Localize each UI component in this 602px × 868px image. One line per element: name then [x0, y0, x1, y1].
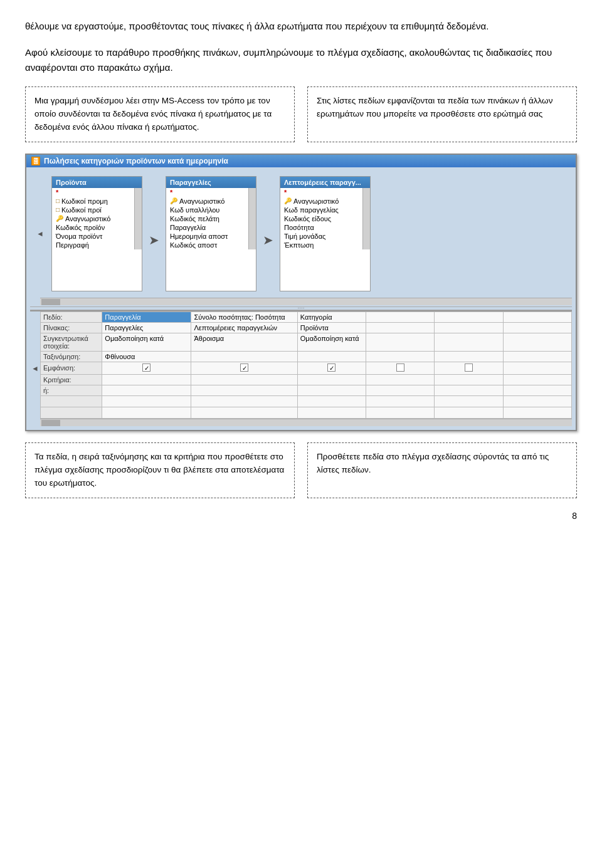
grid-sort-3[interactable] — [366, 351, 435, 362]
grid-criteria-2[interactable] — [297, 374, 366, 385]
grid-agg-3[interactable] — [366, 333, 435, 351]
grid-sort-5[interactable] — [503, 351, 571, 362]
grid-show-4[interactable] — [435, 362, 503, 374]
grid-table-3[interactable] — [366, 322, 435, 333]
row-icon-2: □ — [56, 206, 60, 213]
grid-row-criteria: Κριτήρια: — [41, 374, 572, 385]
table-area-scrollbar[interactable] — [40, 298, 572, 305]
grid-scrollbar[interactable] — [40, 419, 572, 426]
grid-table-1[interactable]: Λεπτομέρειες παραγγελιών — [191, 322, 297, 333]
grid-field-4[interactable] — [435, 311, 503, 322]
grid-or-2[interactable] — [297, 385, 366, 395]
grid-area: ◄ — [30, 310, 572, 426]
grid-label-empty-1 — [41, 395, 102, 407]
table-orders: Παραγγελίες * 🔑 Αναγνωριστικό Κωδ υπαλλή… — [166, 176, 256, 291]
grid-agg-4[interactable] — [435, 333, 503, 351]
table-details: Λεπτομέρειες παραγγ... * 🔑 Αναγνωριστικό… — [280, 176, 371, 291]
grid-agg-5[interactable] — [503, 333, 571, 351]
orders-scrollbar[interactable] — [248, 188, 256, 249]
products-scrollbar[interactable] — [134, 188, 142, 249]
grid-row-aggregate: Συγκεντρωτικά στοιχεία: Ομαδοποίηση κατά… — [41, 333, 572, 351]
grid-show-0[interactable] — [102, 362, 191, 374]
paragraph-2: Αφού κλείσουμε το παράθυρο προσθήκης πιν… — [25, 45, 577, 75]
callout-row: Μια γραμμή συνδέσμου λέει στην MS-Access… — [25, 86, 577, 142]
key-icon-1: 🔑 — [56, 215, 63, 222]
details-row-2: Κωδ παραγγελίας — [280, 206, 362, 214]
key-icon-3: 🔑 — [284, 197, 292, 204]
grid-criteria-0[interactable] — [102, 374, 191, 385]
grid-agg-0[interactable]: Ομαδοποίηση κατά — [102, 333, 191, 351]
grid-row-show: Εμφάνιση: — [41, 362, 572, 374]
grid-sort-4[interactable] — [435, 351, 503, 362]
grid-criteria-5[interactable] — [503, 374, 571, 385]
grid-row-or: ή: — [41, 385, 572, 395]
grid-left-nav[interactable]: ◄ — [30, 311, 40, 426]
products-row-4: Κωδικός προϊόν — [52, 223, 134, 232]
access-titlebar: 🗄 Πωλήσεις κατηγοριών προϊόντων κατά ημε… — [26, 155, 576, 167]
checkbox-3[interactable] — [396, 363, 404, 372]
checkbox-1[interactable] — [240, 363, 248, 372]
grid-label-aggregate: Συγκεντρωτικά στοιχεία: — [41, 333, 102, 351]
grid-criteria-1[interactable] — [191, 374, 297, 385]
grid-show-1[interactable] — [191, 362, 297, 374]
paragraph-1: θέλουμε να εργαστούμε, προσθέτοντας τους… — [25, 19, 577, 34]
checkbox-4[interactable] — [465, 363, 473, 372]
grid-table-2[interactable]: Προϊόντα — [297, 322, 366, 333]
details-row-6: Έκπτωση — [280, 241, 362, 249]
window-icon: 🗄 — [31, 157, 40, 165]
grid-label-field: Πεδίο: — [41, 311, 102, 322]
grid-agg-1[interactable]: Άθροισμα — [191, 333, 297, 351]
window-title: Πωλήσεις κατηγοριών προϊόντων κατά ημερο… — [44, 157, 228, 165]
grid-table-4[interactable] — [435, 322, 503, 333]
left-nav-arrow[interactable]: ◄ — [35, 176, 45, 291]
grid-sort-1[interactable] — [191, 351, 297, 362]
row-icon-1: □ — [56, 197, 60, 204]
grid-show-3[interactable] — [366, 362, 435, 374]
grid-or-5[interactable] — [503, 385, 571, 395]
grid-row-sort: Ταξινόμηση: Φθίνουσα — [41, 351, 572, 362]
callout-right: Στις λίστες πεδίων εμφανίζονται τα πεδία… — [307, 86, 577, 142]
grid-label-show: Εμφάνιση: — [41, 362, 102, 374]
access-window: 🗄 Πωλήσεις κατηγοριών προϊόντων κατά ημε… — [25, 154, 577, 431]
join-arrow-1: ➤ — [149, 189, 159, 291]
bottom-callout-left: Τα πεδία, η σειρά ταξινόμησης και τα κρι… — [25, 442, 295, 498]
table-orders-header: Παραγγελίες — [166, 177, 256, 188]
grid-table-5[interactable] — [503, 322, 571, 333]
grid-label-table: Πίνακας: — [41, 322, 102, 333]
grid-or-0[interactable] — [102, 385, 191, 395]
orders-row-6: Κωδικός αποστ — [166, 241, 248, 249]
grid-sort-2[interactable] — [297, 351, 366, 362]
grid-field-5[interactable] — [503, 311, 571, 322]
grid-sort-0[interactable]: Φθίνουσα — [102, 351, 191, 362]
grid-agg-2[interactable]: Ομαδοποίηση κατά — [297, 333, 366, 351]
products-row-6: Περιγραφή — [52, 241, 134, 249]
details-row-asterisk: * — [280, 188, 362, 197]
products-row-asterisk: * — [52, 188, 134, 197]
grid-show-5[interactable] — [503, 362, 571, 374]
grid-row-empty-1 — [41, 395, 572, 407]
orders-row-3: Κωδικός πελάτη — [166, 214, 248, 223]
checkbox-0[interactable] — [142, 363, 150, 372]
grid-or-1[interactable] — [191, 385, 297, 395]
grid-field-1[interactable]: Σύνολο ποσότητας: Ποσότητα — [191, 311, 297, 322]
grid-label-sort: Ταξινόμηση: — [41, 351, 102, 362]
grid-empty-1-0[interactable] — [102, 395, 191, 407]
products-row-2: □ Κωδικοί προϊ — [52, 206, 134, 214]
grid-row-field: Πεδίο: Παραγγελία Σύνολο ποσότητας: Ποσό… — [41, 311, 572, 322]
grid-show-2[interactable] — [297, 362, 366, 374]
orders-row-4: Παραγγελία — [166, 223, 248, 232]
grid-field-0[interactable]: Παραγγελία — [102, 311, 191, 322]
grid-or-4[interactable] — [435, 385, 503, 395]
grid-criteria-3[interactable] — [366, 374, 435, 385]
checkbox-2[interactable] — [327, 363, 335, 372]
details-row-1: 🔑 Αναγνωριστικό — [280, 197, 362, 206]
products-row-1: □ Κωδικοί προμη — [52, 197, 134, 206]
bottom-callout-row: Τα πεδία, η σειρά ταξινόμησης και τα κρι… — [25, 442, 577, 498]
grid-criteria-4[interactable] — [435, 374, 503, 385]
grid-field-3[interactable] — [366, 311, 435, 322]
grid-field-2[interactable]: Κατηγορία — [297, 311, 366, 322]
table-details-header: Λεπτομέρειες παραγγ... — [280, 177, 370, 188]
grid-table-0[interactable]: Παραγγελίες — [102, 322, 191, 333]
grid-or-3[interactable] — [366, 385, 435, 395]
details-scrollbar[interactable] — [362, 188, 370, 249]
